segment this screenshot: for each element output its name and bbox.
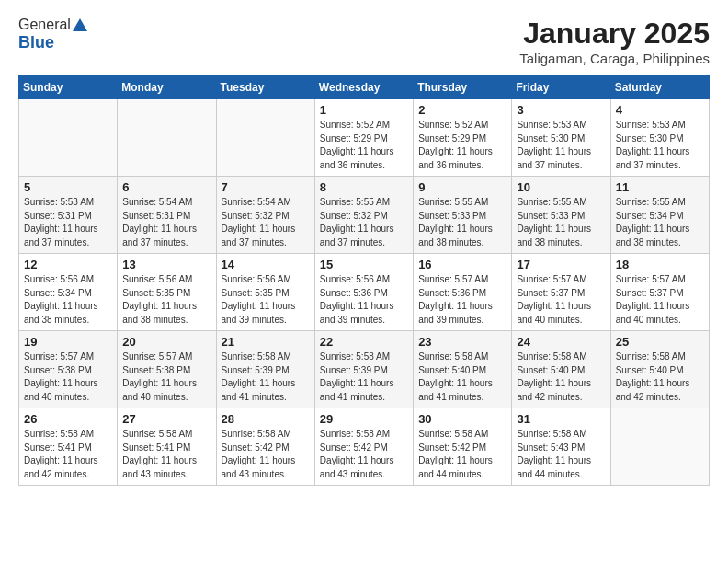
calendar-cell: 2Sunrise: 5:52 AM Sunset: 5:29 PM Daylig… — [414, 99, 512, 177]
day-info: Sunrise: 5:52 AM Sunset: 5:29 PM Dayligh… — [418, 119, 506, 172]
logo: General Blue — [18, 17, 87, 52]
day-info: Sunrise: 5:57 AM Sunset: 5:38 PM Dayligh… — [122, 350, 210, 404]
day-info: Sunrise: 5:58 AM Sunset: 5:40 PM Dayligh… — [517, 350, 605, 404]
day-number: 28 — [222, 412, 310, 426]
header: General Blue January 2025 Taligaman, Car… — [18, 17, 710, 66]
day-number: 6 — [122, 180, 210, 194]
calendar-cell: 9Sunrise: 5:55 AM Sunset: 5:33 PM Daylig… — [414, 177, 512, 254]
calendar-week-row: 12Sunrise: 5:56 AM Sunset: 5:34 PM Dayli… — [19, 254, 710, 331]
day-number: 27 — [122, 412, 210, 426]
day-number: 24 — [517, 335, 605, 349]
calendar-cell: 29Sunrise: 5:58 AM Sunset: 5:42 PM Dayli… — [314, 408, 413, 486]
day-info: Sunrise: 5:58 AM Sunset: 5:42 PM Dayligh… — [320, 428, 408, 481]
calendar-cell: 13Sunrise: 5:56 AM Sunset: 5:35 PM Dayli… — [118, 254, 216, 331]
calendar-cell: 12Sunrise: 5:56 AM Sunset: 5:34 PM Dayli… — [19, 254, 118, 331]
day-number: 3 — [517, 103, 605, 117]
calendar-cell: 19Sunrise: 5:57 AM Sunset: 5:38 PM Dayli… — [19, 331, 118, 408]
calendar-cell: 24Sunrise: 5:58 AM Sunset: 5:40 PM Dayli… — [512, 331, 610, 408]
calendar-week-row: 1Sunrise: 5:52 AM Sunset: 5:29 PM Daylig… — [19, 99, 710, 177]
calendar-cell: 16Sunrise: 5:57 AM Sunset: 5:36 PM Dayli… — [414, 254, 512, 331]
day-number: 11 — [616, 180, 704, 194]
day-of-week-header: Sunday — [19, 76, 118, 99]
calendar-cell: 28Sunrise: 5:58 AM Sunset: 5:42 PM Dayli… — [216, 408, 314, 486]
day-info: Sunrise: 5:52 AM Sunset: 5:29 PM Dayligh… — [320, 119, 408, 172]
day-number: 19 — [24, 335, 112, 349]
day-info: Sunrise: 5:58 AM Sunset: 5:40 PM Dayligh… — [616, 350, 704, 404]
day-info: Sunrise: 5:55 AM Sunset: 5:33 PM Dayligh… — [418, 196, 506, 249]
calendar-week-row: 5Sunrise: 5:53 AM Sunset: 5:31 PM Daylig… — [19, 177, 710, 254]
day-info: Sunrise: 5:58 AM Sunset: 5:41 PM Dayligh… — [122, 428, 210, 481]
calendar-week-row: 19Sunrise: 5:57 AM Sunset: 5:38 PM Dayli… — [19, 331, 710, 408]
calendar-cell: 8Sunrise: 5:55 AM Sunset: 5:32 PM Daylig… — [314, 177, 413, 254]
day-info: Sunrise: 5:57 AM Sunset: 5:37 PM Dayligh… — [616, 273, 704, 327]
day-info: Sunrise: 5:57 AM Sunset: 5:36 PM Dayligh… — [418, 273, 506, 327]
calendar-cell: 4Sunrise: 5:53 AM Sunset: 5:30 PM Daylig… — [610, 99, 709, 177]
day-info: Sunrise: 5:56 AM Sunset: 5:34 PM Dayligh… — [24, 273, 112, 327]
calendar-cell: 27Sunrise: 5:58 AM Sunset: 5:41 PM Dayli… — [118, 408, 216, 486]
day-number: 15 — [320, 258, 408, 271]
day-info: Sunrise: 5:56 AM Sunset: 5:35 PM Dayligh… — [122, 273, 210, 327]
day-info: Sunrise: 5:54 AM Sunset: 5:31 PM Dayligh… — [122, 196, 210, 249]
logo-triangle-icon — [73, 18, 87, 31]
day-number: 12 — [24, 258, 112, 271]
day-number: 14 — [222, 258, 310, 271]
calendar-cell: 30Sunrise: 5:58 AM Sunset: 5:42 PM Dayli… — [414, 408, 512, 486]
day-number: 31 — [517, 412, 605, 426]
calendar-cell: 31Sunrise: 5:58 AM Sunset: 5:43 PM Dayli… — [512, 408, 610, 486]
day-of-week-header: Monday — [118, 76, 216, 99]
day-info: Sunrise: 5:58 AM Sunset: 5:42 PM Dayligh… — [222, 428, 310, 481]
calendar-cell: 3Sunrise: 5:53 AM Sunset: 5:30 PM Daylig… — [512, 99, 610, 177]
day-number: 26 — [24, 412, 112, 426]
day-number: 2 — [418, 103, 506, 117]
calendar-cell — [118, 99, 216, 177]
calendar-cell: 6Sunrise: 5:54 AM Sunset: 5:31 PM Daylig… — [118, 177, 216, 254]
calendar-cell — [216, 99, 314, 177]
day-number: 8 — [320, 180, 408, 194]
day-of-week-header: Tuesday — [216, 76, 314, 99]
calendar-week-row: 26Sunrise: 5:58 AM Sunset: 5:41 PM Dayli… — [19, 408, 710, 486]
day-info: Sunrise: 5:54 AM Sunset: 5:32 PM Dayligh… — [222, 196, 310, 249]
day-info: Sunrise: 5:58 AM Sunset: 5:39 PM Dayligh… — [320, 350, 408, 404]
day-info: Sunrise: 5:58 AM Sunset: 5:42 PM Dayligh… — [418, 428, 506, 481]
day-info: Sunrise: 5:57 AM Sunset: 5:37 PM Dayligh… — [517, 273, 605, 327]
day-info: Sunrise: 5:57 AM Sunset: 5:38 PM Dayligh… — [24, 350, 112, 404]
day-info: Sunrise: 5:55 AM Sunset: 5:32 PM Dayligh… — [320, 196, 408, 249]
day-number: 23 — [418, 335, 506, 349]
day-info: Sunrise: 5:53 AM Sunset: 5:30 PM Dayligh… — [616, 119, 704, 172]
day-of-week-header: Thursday — [414, 76, 512, 99]
calendar-header-row: SundayMondayTuesdayWednesdayThursdayFrid… — [19, 76, 710, 99]
calendar-cell: 11Sunrise: 5:55 AM Sunset: 5:34 PM Dayli… — [610, 177, 709, 254]
day-info: Sunrise: 5:55 AM Sunset: 5:34 PM Dayligh… — [616, 196, 704, 249]
calendar-cell: 5Sunrise: 5:53 AM Sunset: 5:31 PM Daylig… — [19, 177, 118, 254]
day-info: Sunrise: 5:58 AM Sunset: 5:43 PM Dayligh… — [517, 428, 605, 481]
day-number: 10 — [517, 180, 605, 194]
calendar-page: General Blue January 2025 Taligaman, Car… — [0, 0, 728, 563]
calendar-cell: 20Sunrise: 5:57 AM Sunset: 5:38 PM Dayli… — [118, 331, 216, 408]
day-number: 13 — [122, 258, 210, 271]
calendar-cell: 25Sunrise: 5:58 AM Sunset: 5:40 PM Dayli… — [610, 331, 709, 408]
calendar-cell: 7Sunrise: 5:54 AM Sunset: 5:32 PM Daylig… — [216, 177, 314, 254]
calendar-cell: 18Sunrise: 5:57 AM Sunset: 5:37 PM Dayli… — [610, 254, 709, 331]
day-number: 25 — [616, 335, 704, 349]
location-subtitle: Taligaman, Caraga, Philippines — [519, 51, 710, 66]
calendar-cell — [610, 408, 709, 486]
day-of-week-header: Friday — [512, 76, 610, 99]
calendar-cell: 26Sunrise: 5:58 AM Sunset: 5:41 PM Dayli… — [19, 408, 118, 486]
day-number: 1 — [320, 103, 408, 117]
day-info: Sunrise: 5:58 AM Sunset: 5:40 PM Dayligh… — [418, 350, 506, 404]
day-info: Sunrise: 5:58 AM Sunset: 5:39 PM Dayligh… — [222, 350, 310, 404]
logo-blue-text: Blue — [18, 33, 54, 52]
day-number: 20 — [122, 335, 210, 349]
day-info: Sunrise: 5:56 AM Sunset: 5:35 PM Dayligh… — [222, 273, 310, 327]
calendar-table: SundayMondayTuesdayWednesdayThursdayFrid… — [18, 75, 710, 486]
calendar-cell: 15Sunrise: 5:56 AM Sunset: 5:36 PM Dayli… — [314, 254, 413, 331]
month-title: January 2025 — [519, 17, 710, 51]
calendar-cell: 1Sunrise: 5:52 AM Sunset: 5:29 PM Daylig… — [314, 99, 413, 177]
calendar-cell: 17Sunrise: 5:57 AM Sunset: 5:37 PM Dayli… — [512, 254, 610, 331]
day-info: Sunrise: 5:55 AM Sunset: 5:33 PM Dayligh… — [517, 196, 605, 249]
day-number: 17 — [517, 258, 605, 271]
day-info: Sunrise: 5:58 AM Sunset: 5:41 PM Dayligh… — [24, 428, 112, 481]
logo-general-text: General — [18, 17, 71, 33]
day-of-week-header: Wednesday — [314, 76, 413, 99]
calendar-cell: 23Sunrise: 5:58 AM Sunset: 5:40 PM Dayli… — [414, 331, 512, 408]
